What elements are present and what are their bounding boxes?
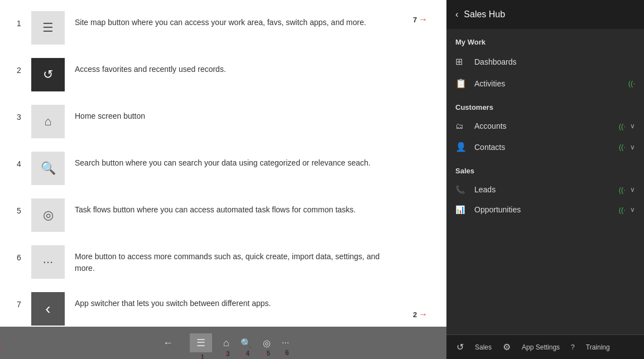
contacts-right: ((· ∨ xyxy=(619,143,635,151)
sidebar-item-dashboards[interactable]: ⊞ Dashboards xyxy=(446,51,644,72)
accounts-right: ((· ∨ xyxy=(619,122,635,130)
opportunities-icon: 📊 xyxy=(455,205,468,214)
row-number-6: 6 xyxy=(17,253,27,262)
dashboards-icon: ⊞ xyxy=(455,56,468,67)
instruction-text-3: Home screen button xyxy=(75,105,145,122)
accounts-label: Accounts xyxy=(474,122,619,130)
instruction-row-7: 7‹App switcher that lets you switch betw… xyxy=(17,292,430,326)
section-sales: Sales xyxy=(446,158,644,180)
nav-5-number: 5 xyxy=(266,350,270,357)
icon-box-4[interactable]: 🔍 xyxy=(31,152,65,185)
instruction-row-5: 5◎Task flows button where you can access… xyxy=(17,198,430,232)
nav-taskflows[interactable]: ◎ ↑ 5 xyxy=(263,338,271,348)
contacts-chevron-icon: ∨ xyxy=(630,143,635,151)
nav-search[interactable]: 🔍 ↑ 4 xyxy=(241,338,252,348)
icon-box-7[interactable]: ‹ xyxy=(31,292,65,326)
nav-6-number: 6 xyxy=(285,349,289,357)
contacts-wifi-icon: ((· xyxy=(619,143,626,151)
sidebar-item-activities[interactable]: 📋 Activities ((· xyxy=(446,72,644,94)
icon-box-1[interactable]: ☰ xyxy=(31,11,65,45)
contacts-icon: 👤 xyxy=(455,142,468,152)
row-number-4: 4 xyxy=(17,159,27,168)
row-number-2: 2 xyxy=(17,66,27,75)
tab-training-label[interactable]: Training xyxy=(581,341,614,353)
icon-box-6[interactable]: ··· xyxy=(31,245,65,279)
sidebar-title: Sales Hub xyxy=(464,9,505,20)
nav-sitemap[interactable]: ☰ ↑ 1 xyxy=(190,333,212,352)
icon-box-5[interactable]: ◎ xyxy=(31,198,65,232)
sidebar-item-opportunities[interactable]: 📊 Opportunities ((· ∨ xyxy=(446,200,644,220)
activities-icon: 📋 xyxy=(455,78,468,89)
instruction-panel: 1☰Site map button where you can access y… xyxy=(0,0,446,359)
annotation-8-arrow: → xyxy=(0,341,3,351)
section-my-work: My Work xyxy=(446,29,644,51)
instruction-text-1: Site map button where you can access you… xyxy=(75,11,366,28)
annotation-2-arrow: → xyxy=(419,309,427,319)
nav-more[interactable]: ··· ↑ 6 xyxy=(282,338,289,348)
accounts-chevron-icon: ∨ xyxy=(630,122,635,130)
instruction-text-7: App switcher that lets you switch betwee… xyxy=(75,292,271,309)
row-number-3: 3 xyxy=(17,113,27,122)
tab-training-icon[interactable]: ? xyxy=(566,341,579,353)
annotation-7-number: 7 xyxy=(413,16,417,24)
instruction-row-3: 3⌂Home screen button xyxy=(17,105,430,138)
accounts-icon: 🗂 xyxy=(455,122,468,130)
nav-back[interactable]: ← xyxy=(157,334,179,352)
instruction-row-6: 6···More button to access more commands … xyxy=(17,245,430,279)
contacts-label: Contacts xyxy=(474,143,619,152)
instruction-row-4: 4🔍Search button where you can search you… xyxy=(17,152,430,185)
nav-4-number: 4 xyxy=(246,350,249,357)
accounts-wifi-icon: ((· xyxy=(619,122,626,130)
tab-sales-icon[interactable]: ↺ xyxy=(452,339,468,355)
leads-icon: 📞 xyxy=(455,185,468,194)
activities-right: ((· xyxy=(628,79,635,88)
icon-box-2[interactable]: ↺ xyxy=(31,58,65,91)
row-number-7: 7 xyxy=(17,300,27,309)
dashboards-label: Dashboards xyxy=(474,57,635,66)
leads-chevron-icon: ∨ xyxy=(630,186,635,193)
nav-home[interactable]: ⌂ ↑ 3 xyxy=(223,337,229,349)
leads-label: Leads xyxy=(474,185,619,194)
sidebar-content: My Work ⊞ Dashboards 📋 Activities ((· Cu… xyxy=(446,29,644,334)
bottom-navbar: 8 → ← ☰ ↑ 1 ⌂ ↑ 3 🔍 ↑ 4 xyxy=(0,327,446,359)
tab-app-settings-label[interactable]: App Settings xyxy=(517,341,564,353)
row-number-1: 1 xyxy=(17,19,27,28)
sidebar-item-leads[interactable]: 📞 Leads ((· ∨ xyxy=(446,180,644,200)
opportunities-chevron-icon: ∨ xyxy=(630,206,635,214)
opportunities-wifi-icon: ((· xyxy=(619,206,626,214)
opportunities-right: ((· ∨ xyxy=(619,206,635,214)
instruction-row-2: 2↺Access favorites and recently used rec… xyxy=(17,58,430,91)
tab-app-settings-icon[interactable]: ⚙ xyxy=(498,339,515,355)
sidebar-back-button[interactable]: ‹ xyxy=(455,9,458,20)
instruction-row-1: 1☰Site map button where you can access y… xyxy=(17,11,430,45)
opportunities-label: Opportunities xyxy=(474,205,619,214)
leads-right: ((· ∨ xyxy=(619,186,635,194)
sales-hub-sidebar: 7 → ‹ Sales Hub My Work ⊞ Dashboards 📋 A… xyxy=(446,0,644,359)
instruction-text-6: More button to access more commands such… xyxy=(75,245,387,274)
icon-box-3[interactable]: ⌂ xyxy=(31,105,65,138)
instruction-text-4: Search button where you can search your … xyxy=(75,152,371,169)
nav-3-number: 3 xyxy=(226,350,230,358)
leads-wifi-icon: ((· xyxy=(619,186,626,194)
activities-label: Activities xyxy=(474,79,628,88)
nav-1-number: 1 xyxy=(201,353,205,359)
sidebar-header: ‹ Sales Hub xyxy=(446,0,644,29)
activities-wifi-icon: ((· xyxy=(628,79,635,88)
row-number-5: 5 xyxy=(17,206,27,215)
section-customers: Customers xyxy=(446,94,644,116)
annotation-2-number: 2 xyxy=(413,311,417,319)
sidebar-item-accounts[interactable]: 🗂 Accounts ((· ∨ xyxy=(446,116,644,136)
sidebar-item-contacts[interactable]: 👤 Contacts ((· ∨ xyxy=(446,136,644,158)
instruction-text-5: Task flows button where you can access a… xyxy=(75,198,355,216)
sidebar-bottom-tabs: ↺ Sales ⚙ App Settings ? Training xyxy=(446,334,644,359)
instruction-text-2: Access favorites and recently used recor… xyxy=(75,58,226,75)
annotation-7-arrow: → xyxy=(419,14,427,25)
tab-sales-label[interactable]: Sales xyxy=(470,341,496,353)
